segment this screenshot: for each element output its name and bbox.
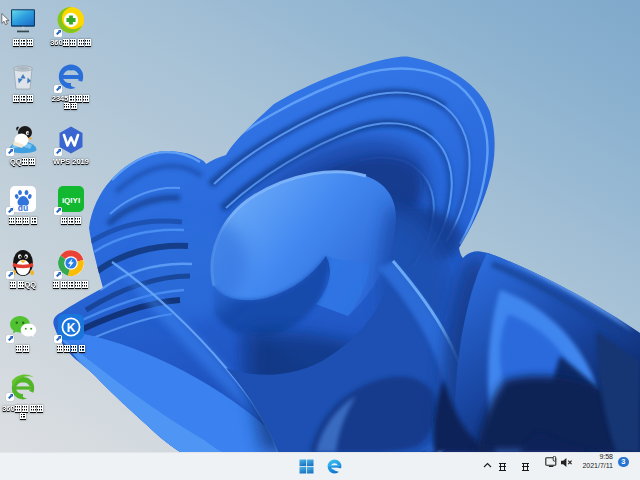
svg-text:iQIYI: iQIYI [62,196,80,205]
svg-text:du: du [18,203,28,213]
svg-text:K: K [67,321,76,335]
